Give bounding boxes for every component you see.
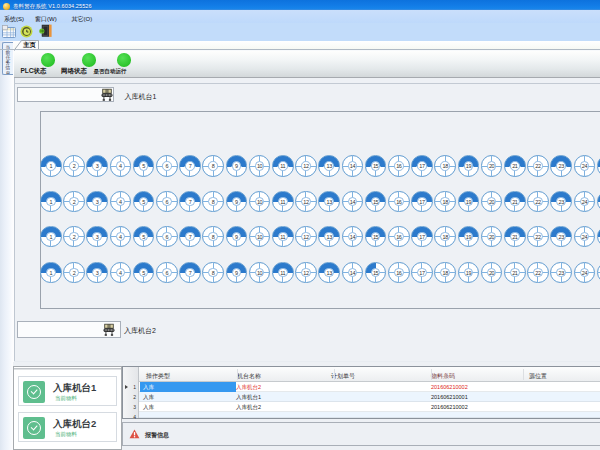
svg-text:主页: 主页 [23, 41, 37, 49]
